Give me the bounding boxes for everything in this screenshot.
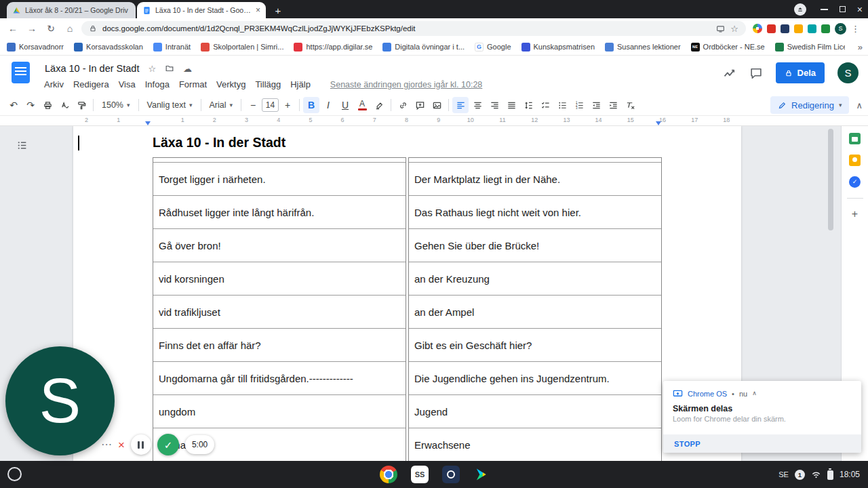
- extension-icon[interactable]: [808, 24, 816, 33]
- table-cell[interactable]: Der Marktplatz liegt in der Nähe.: [409, 163, 661, 196]
- italic-button[interactable]: [320, 97, 336, 113]
- table-cell-empty[interactable]: [409, 158, 661, 163]
- table-cell[interactable]: Erwachsene: [409, 428, 661, 461]
- decrease-indent-button[interactable]: [588, 97, 604, 113]
- loom-menu-icon[interactable]: [101, 439, 112, 450]
- extension-pinwheel-icon[interactable]: [753, 24, 762, 33]
- table-cell[interactable]: vid trafikljuset: [153, 296, 406, 329]
- table-cell-empty[interactable]: [153, 158, 406, 163]
- bookmark-item[interactable]: GGoogle: [475, 43, 511, 52]
- font-select[interactable]: Arial: [205, 97, 238, 113]
- extension-icon[interactable]: [767, 24, 776, 33]
- text-color-button[interactable]: [354, 97, 370, 113]
- bookmark-item[interactable]: Korsavadnorr: [7, 43, 64, 52]
- bookmark-item[interactable]: Kunskapsmatrisen: [521, 43, 595, 52]
- table-cell[interactable]: Rådhuset ligger inte långt härifrån.: [153, 196, 406, 229]
- right-indent-marker[interactable]: [656, 121, 661, 125]
- extension-icon[interactable]: [781, 24, 789, 33]
- document-page[interactable]: Läxa 10 - In der Stadt Torget ligger i n…: [73, 126, 741, 461]
- tab-close-icon[interactable]: [256, 6, 260, 14]
- font-size-input[interactable]: 14: [262, 98, 279, 112]
- table-cell[interactable]: Gibt es ein Geschäft hier?: [409, 329, 661, 362]
- undo-button[interactable]: [5, 97, 22, 113]
- skolon-icon[interactable]: SS: [411, 466, 429, 483]
- menu-item[interactable]: Visa: [114, 78, 140, 91]
- table-cell[interactable]: Ungdomarna går till fritidsgården.------…: [153, 362, 406, 395]
- table-cell[interactable]: Torget ligger i närheten.: [153, 163, 406, 196]
- redo-button[interactable]: [22, 97, 39, 113]
- spellcheck-button[interactable]: [56, 97, 73, 113]
- menu-item[interactable]: Arkiv: [39, 78, 68, 91]
- play-store-icon[interactable]: [473, 467, 488, 482]
- eject-status-icon[interactable]: [794, 3, 806, 16]
- comments-icon[interactable]: [749, 66, 763, 80]
- underline-button[interactable]: [337, 97, 353, 113]
- table-cell[interactable]: ungdom: [153, 395, 406, 428]
- site-security-icon[interactable]: [89, 24, 97, 33]
- status-tray[interactable]: SE 1 18:05: [774, 461, 864, 488]
- close-button[interactable]: [857, 5, 863, 14]
- insert-link-button[interactable]: [395, 97, 411, 113]
- bold-button[interactable]: [303, 97, 319, 113]
- docs-logo[interactable]: [12, 62, 30, 83]
- home-button[interactable]: [62, 21, 77, 36]
- bookmark-item[interactable]: Susannes lektioner: [605, 43, 681, 52]
- last-edit-link[interactable]: Senaste ändringen gjordes igår kl. 10:28: [330, 80, 482, 89]
- zoom-select[interactable]: 150%: [97, 97, 135, 113]
- menu-item[interactable]: Hjälp: [285, 78, 315, 91]
- activity-dashboard-icon[interactable]: [723, 66, 736, 80]
- new-tab-button[interactable]: [271, 3, 285, 17]
- bookmark-item[interactable]: Korsavadsskolan: [74, 43, 143, 52]
- browser-profile-avatar[interactable]: S: [835, 23, 846, 35]
- launcher-button[interactable]: [7, 467, 22, 481]
- back-button[interactable]: [5, 21, 20, 36]
- print-button[interactable]: [39, 97, 56, 113]
- loom-finish-button[interactable]: [157, 434, 179, 455]
- extension-icon[interactable]: [821, 24, 830, 33]
- table-cell[interactable]: Gehen Sie über die Brücke!: [409, 229, 661, 262]
- font-size-decrease-button[interactable]: [245, 97, 261, 113]
- paint-format-button[interactable]: [73, 97, 90, 113]
- insert-image-button[interactable]: [429, 97, 445, 113]
- bookmark-item[interactable]: Intranät: [153, 43, 191, 52]
- move-folder-icon[interactable]: [165, 64, 174, 73]
- bookmark-item[interactable]: NEOrdböcker - NE.se: [691, 43, 765, 52]
- bookmark-star-icon[interactable]: [730, 24, 738, 33]
- bookmark-item[interactable]: Digitala övningar i t...: [382, 43, 465, 52]
- line-spacing-button[interactable]: [520, 97, 536, 113]
- minimize-button[interactable]: [821, 9, 828, 10]
- hide-menus-button[interactable]: [856, 101, 863, 110]
- menu-item[interactable]: Redigera: [68, 78, 114, 91]
- document-title[interactable]: Läxa 10 - In der Stadt: [45, 63, 139, 74]
- table-cell[interactable]: an der Ampel: [409, 296, 661, 329]
- align-left-button[interactable]: [452, 97, 469, 113]
- tasks-icon[interactable]: [849, 176, 861, 188]
- bookmark-item[interactable]: Skolportalen | Simri...: [201, 43, 283, 52]
- get-addons-icon[interactable]: [852, 209, 858, 220]
- menu-item[interactable]: Format: [174, 78, 212, 91]
- font-size-increase-button[interactable]: [279, 97, 296, 113]
- document-status-icon[interactable]: [183, 64, 192, 73]
- table-cell[interactable]: an der Kreuzung: [409, 262, 661, 296]
- table-cell[interactable]: Die Jugendliche gehen ins Jugendzentrum.: [409, 362, 661, 395]
- align-right-button[interactable]: [486, 97, 502, 113]
- menu-item[interactable]: Verktyg: [212, 78, 250, 91]
- calendar-icon[interactable]: [849, 133, 861, 144]
- browser-tab-drive[interactable]: Läxor åk 8 - 20/21 – Google Driv: [7, 2, 136, 18]
- checklist-button[interactable]: [537, 97, 553, 113]
- vertical-scrollbar[interactable]: [828, 129, 833, 230]
- align-justify-button[interactable]: [503, 97, 519, 113]
- table-cell[interactable]: Das Rathaus liegt nicht weit von hier.: [409, 196, 661, 229]
- table-cell[interactable]: Gå över bron!: [153, 229, 406, 262]
- loom-camera-bubble[interactable]: S: [5, 346, 115, 455]
- bookmarks-overflow-icon[interactable]: [858, 43, 863, 52]
- styles-select[interactable]: Vanlig text: [142, 97, 197, 113]
- keep-icon[interactable]: [849, 155, 861, 166]
- loom-pause-button[interactable]: [131, 434, 151, 455]
- align-center-button[interactable]: [469, 97, 486, 113]
- chrome-icon[interactable]: [380, 466, 397, 483]
- add-comment-button[interactable]: [412, 97, 428, 113]
- maximize-button[interactable]: [840, 6, 846, 12]
- share-button[interactable]: Dela: [776, 62, 825, 83]
- bulleted-list-button[interactable]: [554, 97, 570, 113]
